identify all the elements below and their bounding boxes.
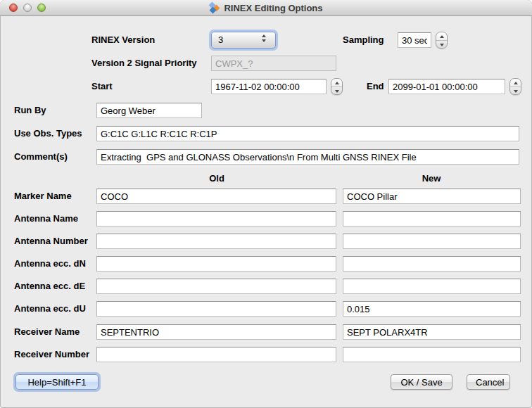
antenna-ecc-du-label: Antenna ecc. dU: [14, 301, 86, 317]
receiver-number-new-input[interactable]: [343, 347, 521, 362]
antenna-name-new-input[interactable]: [343, 211, 521, 227]
v2-priority-input: [211, 56, 336, 71]
antenna-name-old-input[interactable]: [96, 211, 336, 227]
start-input[interactable]: [211, 79, 327, 94]
antenna-number-label: Antenna Number: [14, 234, 88, 249]
start-label: Start: [91, 79, 113, 94]
obs-types-input[interactable]: [96, 126, 519, 141]
app-icon: [209, 2, 220, 13]
stepper-up-icon[interactable]: [335, 82, 339, 84]
stepper-down-icon[interactable]: [440, 44, 444, 46]
receiver-name-new-input[interactable]: [343, 324, 521, 340]
comments-input[interactable]: [96, 149, 519, 165]
run-by-label: Run By: [14, 103, 46, 118]
receiver-name-old-input[interactable]: [96, 324, 336, 340]
antenna-ecc-de-old-input[interactable]: [96, 279, 336, 294]
start-stepper[interactable]: [331, 78, 343, 95]
rinex-editing-options-dialog: RINEX Editing Options RINEX Version 3 Sa…: [0, 0, 532, 408]
sampling-stepper[interactable]: [436, 32, 448, 49]
rinex-version-spinbox[interactable]: 3: [211, 32, 276, 49]
old-column-header: Old: [209, 171, 224, 186]
rinex-version-label: RINEX Version: [91, 32, 155, 48]
end-input[interactable]: [388, 79, 505, 94]
v2-priority-label: Version 2 Signal Priority: [91, 56, 197, 71]
antenna-number-new-input[interactable]: [343, 234, 521, 249]
antenna-number-old-input[interactable]: [96, 234, 336, 249]
antenna-ecc-de-label: Antenna ecc. dE: [14, 279, 85, 294]
antenna-ecc-dn-new-input[interactable]: [343, 256, 521, 272]
antenna-name-label: Antenna Name: [14, 211, 78, 227]
sampling-label: Sampling: [343, 32, 384, 48]
marker-name-old-input[interactable]: [96, 189, 336, 204]
obs-types-label: Use Obs. Types: [14, 126, 82, 141]
spin-up-icon[interactable]: [262, 34, 266, 37]
antenna-ecc-dn-old-input[interactable]: [96, 256, 336, 272]
ok-save-button[interactable]: OK / Save: [391, 374, 452, 390]
receiver-number-label: Receiver Number: [14, 347, 89, 362]
marker-name-label: Marker Name: [14, 189, 72, 204]
cancel-button[interactable]: Cancel: [467, 374, 510, 390]
help-button[interactable]: Help=Shift+F1: [15, 374, 99, 390]
run-by-input[interactable]: [96, 103, 202, 118]
window-title: RINEX Editing Options: [224, 3, 322, 13]
spin-down-icon[interactable]: [262, 39, 266, 42]
stepper-down-icon[interactable]: [335, 90, 339, 93]
antenna-ecc-dn-label: Antenna ecc. dN: [14, 256, 86, 272]
stepper-down-icon[interactable]: [514, 90, 518, 93]
title-bar[interactable]: RINEX Editing Options: [0, 0, 532, 16]
antenna-ecc-du-new-input[interactable]: [343, 301, 521, 317]
comments-label: Comment(s): [14, 149, 68, 165]
stepper-up-icon[interactable]: [440, 35, 444, 38]
receiver-name-label: Receiver Name: [14, 324, 80, 340]
stepper-up-icon[interactable]: [514, 82, 518, 84]
marker-name-new-input[interactable]: [343, 189, 521, 204]
end-label: End: [367, 79, 384, 94]
rinex-version-value: 3: [218, 32, 223, 48]
antenna-ecc-de-new-input[interactable]: [343, 279, 521, 294]
antenna-ecc-du-old-input[interactable]: [96, 301, 336, 317]
end-stepper[interactable]: [509, 78, 521, 95]
sampling-input[interactable]: [398, 32, 431, 48]
new-column-header: New: [422, 171, 441, 186]
receiver-number-old-input[interactable]: [96, 347, 336, 362]
